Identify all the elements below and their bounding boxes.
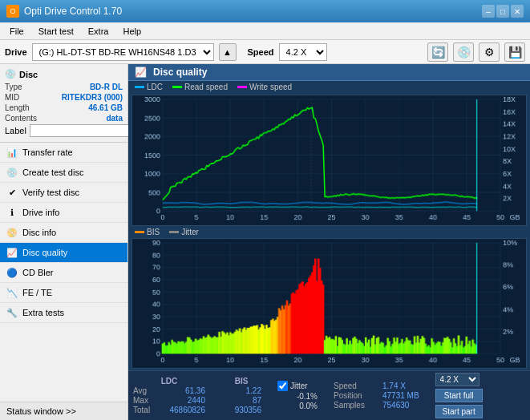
start-full-button[interactable]: Start full xyxy=(435,389,483,402)
stats-bar: LDC Avg 61.36 Max 2440 Total 46860826 BI… xyxy=(128,370,530,420)
jitter-checkbox-row[interactable]: Jitter xyxy=(277,381,318,391)
status-window-label: Status window >> xyxy=(6,406,76,416)
disc-panel-header: 💿 Disc xyxy=(5,69,123,79)
extra-tests-icon: 🔧 xyxy=(6,307,18,318)
nav-transfer-rate-label: Transfer rate xyxy=(22,147,73,157)
action-buttons: 4.2 X Start full Start part xyxy=(435,373,483,418)
mid-label: MID xyxy=(5,93,19,102)
label-text: Label xyxy=(5,126,26,135)
speed-current-val: 1.74 X xyxy=(382,382,406,390)
refresh-button[interactable]: 🔄 xyxy=(427,42,448,62)
disc-icon: 💿 xyxy=(5,69,16,79)
menu-file[interactable]: File xyxy=(3,25,30,38)
status-window-button[interactable]: Status window >> xyxy=(0,402,127,420)
jitter-avg-val: -0.1% xyxy=(277,392,318,401)
ldc-max-val: 2440 xyxy=(165,396,205,405)
nav-verify-test-disc-label: Verify test disc xyxy=(22,188,79,197)
bis-max-row: 87 xyxy=(221,396,261,405)
nav-disc-quality[interactable]: 📈 Disc quality xyxy=(0,243,127,263)
transfer-rate-icon: 📊 xyxy=(6,147,18,158)
content-area: 📈 Disc quality LDC Read speed Write spee… xyxy=(128,64,530,420)
nav-disc-info[interactable]: 📀 Disc info xyxy=(0,223,127,243)
chart-legend: LDC Read speed Write speed xyxy=(128,81,530,93)
bis-stats: BIS 1.22 87 930356 xyxy=(221,377,261,414)
nav-drive-info[interactable]: ℹ Drive info xyxy=(0,203,127,223)
type-value: BD-R DL xyxy=(90,83,123,91)
fe-te-icon: 📉 xyxy=(6,287,18,298)
disc-label-input[interactable] xyxy=(30,124,136,137)
nav-verify-test-disc[interactable]: ✔ Verify test disc xyxy=(0,183,127,203)
app-title: Opti Drive Control 1.70 xyxy=(24,6,122,17)
jitter-checkbox[interactable] xyxy=(277,381,288,391)
app-icon: O xyxy=(6,5,19,18)
disc-info-panel: 💿 Disc Type BD-R DL MID RITEKDR3 (000) L… xyxy=(0,64,127,143)
jitter-max-val: 0.0% xyxy=(277,402,318,410)
maximize-button[interactable]: □ xyxy=(496,5,509,18)
ldc-avg-val: 61.36 xyxy=(165,386,205,395)
position-row: Position 47731 MB xyxy=(334,391,419,400)
title-bar-controls[interactable]: – □ ✕ xyxy=(482,5,524,18)
ldc-chart xyxy=(132,95,526,225)
jitter-label: Jitter xyxy=(181,228,199,236)
type-label: Type xyxy=(5,83,22,91)
read-label: Read speed xyxy=(184,83,228,91)
jitter-stat-label: Jitter xyxy=(290,382,308,390)
nav-cd-bler[interactable]: 🔵 CD Bler xyxy=(0,263,127,283)
speed-dropdown[interactable]: 4.2 X xyxy=(435,373,479,386)
menu-bar: File Start test Extra Help xyxy=(0,22,530,40)
verify-test-disc-icon: ✔ xyxy=(6,187,18,198)
save-button[interactable]: 💾 xyxy=(504,42,525,62)
disc-info-icon: 📀 xyxy=(6,227,18,238)
bis-avg-row: 1.22 xyxy=(221,386,261,395)
nav-extra-tests-label: Extra tests xyxy=(22,308,64,317)
jitter-stats: Jitter -0.1% 0.0% xyxy=(277,381,318,410)
speed-info-col: Speed 1.74 X Position 47731 MB Samples 7… xyxy=(334,382,419,410)
bis-stats-header: BIS xyxy=(221,377,261,386)
bis-avg-val: 1.22 xyxy=(221,386,261,395)
create-test-disc-icon: 💿 xyxy=(6,167,18,178)
ldc-stats-header: LDC xyxy=(133,377,205,386)
menu-extra[interactable]: Extra xyxy=(82,25,115,38)
eject-button[interactable]: ▲ xyxy=(219,43,237,61)
ldc-label: LDC xyxy=(147,83,163,91)
ldc-total-row: Total 46860826 xyxy=(133,406,205,414)
minimize-button[interactable]: – xyxy=(482,5,495,18)
speed-label: Speed xyxy=(248,47,274,57)
length-value: 46.61 GB xyxy=(88,103,123,112)
drive-info-icon: ℹ xyxy=(6,207,18,218)
nav-transfer-rate[interactable]: 📊 Transfer rate xyxy=(0,143,127,163)
nav-drive-info-label: Drive info xyxy=(22,208,59,217)
disc-button[interactable]: 💿 xyxy=(453,42,474,62)
bis-jitter-legend: BIS Jitter xyxy=(128,227,530,237)
contents-value: data xyxy=(106,114,123,123)
read-dot xyxy=(172,86,182,88)
mid-row: MID RITEKDR3 (000) xyxy=(5,93,123,102)
close-button[interactable]: ✕ xyxy=(511,5,524,18)
legend-ldc: LDC xyxy=(135,83,163,91)
nav-create-test-disc-label: Create test disc xyxy=(22,168,83,177)
start-part-button[interactable]: Start part xyxy=(435,405,483,418)
bis-dot xyxy=(135,231,144,233)
menu-start-test[interactable]: Start test xyxy=(32,25,80,38)
speed-key: Speed xyxy=(334,382,378,390)
bis-total-val: 930356 xyxy=(221,406,261,414)
disc-quality-header: 📈 Disc quality xyxy=(128,64,530,81)
nav-create-test-disc[interactable]: 💿 Create test disc xyxy=(0,163,127,183)
dq-header-title: Disc quality xyxy=(153,67,207,78)
ldc-max-row: Max 2440 xyxy=(133,396,205,405)
dq-header-icon: 📈 xyxy=(135,67,147,78)
bis-chart xyxy=(132,239,526,369)
nav-cd-bler-label: CD Bler xyxy=(22,268,54,277)
settings-button[interactable]: ⚙ xyxy=(479,42,500,62)
samples-key: Samples xyxy=(334,401,378,410)
avg-label: Avg xyxy=(133,386,162,395)
position-key: Position xyxy=(334,391,378,400)
write-dot xyxy=(237,86,247,88)
drive-select[interactable]: (G:) HL-DT-ST BD-RE WH16NS48 1.D3 xyxy=(32,43,214,61)
speed-select[interactable]: 4.2 X xyxy=(279,43,327,61)
menu-help[interactable]: Help xyxy=(116,25,148,38)
disc-label-row: Label ✏ xyxy=(5,124,123,137)
ldc-total-val: 46860826 xyxy=(165,406,205,414)
nav-fe-te[interactable]: 📉 FE / TE xyxy=(0,283,127,303)
nav-extra-tests[interactable]: 🔧 Extra tests xyxy=(0,303,127,323)
